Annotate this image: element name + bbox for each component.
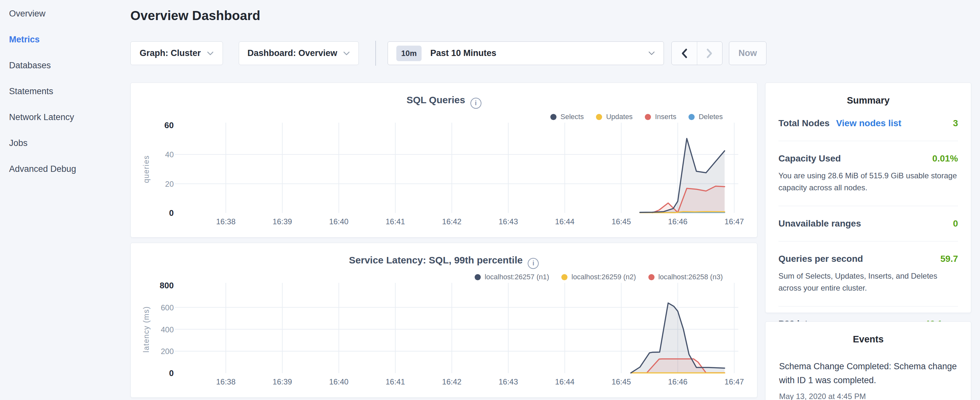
svg-text:16:40: 16:40 (329, 377, 348, 386)
toolbar-divider (375, 41, 376, 66)
summary-panel: Summary Total Nodes View nodes list 3 Ca… (765, 83, 971, 313)
summary-value: 3 (953, 118, 958, 129)
svg-text:16:38: 16:38 (216, 377, 235, 386)
sidebar-item-jobs[interactable]: Jobs (0, 130, 129, 156)
time-back-button[interactable] (672, 42, 697, 65)
svg-text:16:38: 16:38 (216, 217, 235, 226)
svg-text:200: 200 (161, 347, 174, 356)
event-text: Schema Change Completed: Schema change w… (779, 360, 960, 387)
summary-row-total-nodes: Total Nodes View nodes list 3 (765, 106, 971, 129)
sql-queries-chart-card: SQL Queriesi Selects Updates Inserts Del… (130, 83, 757, 237)
sidebar-item-overview[interactable]: Overview (0, 1, 129, 27)
chevron-left-icon (680, 48, 689, 59)
svg-text:latency (ms): latency (ms) (142, 306, 150, 352)
svg-text:40: 40 (165, 150, 174, 159)
page-title: Overview Dashboard (130, 8, 261, 23)
svg-text:16:39: 16:39 (273, 377, 292, 386)
svg-text:16:42: 16:42 (442, 377, 461, 386)
summary-description: You are using 28.6 MiB of 515.9 GiB usab… (778, 170, 959, 193)
svg-text:16:41: 16:41 (386, 377, 405, 386)
summary-value: 0.01% (932, 153, 958, 164)
event-timestamp: May 13, 2020 at 4:45 PM (779, 392, 957, 400)
summary-label: Unavailable ranges (778, 218, 861, 229)
svg-text:16:43: 16:43 (499, 377, 518, 386)
svg-text:16:43: 16:43 (499, 217, 518, 226)
svg-text:16:47: 16:47 (724, 377, 744, 386)
svg-text:queries: queries (142, 155, 150, 183)
view-nodes-list-link[interactable]: View nodes list (836, 118, 901, 129)
events-title: Events (765, 334, 971, 345)
summary-title: Summary (765, 95, 971, 106)
svg-text:16:41: 16:41 (386, 217, 405, 226)
event-item[interactable]: Schema Change Completed: Schema change w… (765, 345, 971, 400)
chevron-down-icon (648, 51, 655, 56)
svg-text:600: 600 (161, 303, 174, 312)
summary-row-capacity-used: Capacity Used 0.01% You are using 28.6 M… (765, 141, 971, 193)
graph-dropdown[interactable]: Graph: Cluster (130, 41, 223, 65)
chevron-down-icon (343, 51, 350, 56)
svg-text:16:44: 16:44 (555, 217, 574, 226)
svg-text:0: 0 (169, 208, 174, 218)
sidebar-item-network-latency[interactable]: Network Latency (0, 104, 129, 130)
svg-text:16:40: 16:40 (329, 217, 348, 226)
svg-text:0: 0 (169, 368, 174, 378)
svg-text:20: 20 (165, 180, 174, 188)
service-latency-plot: 020040060080016:3816:3916:4016:4116:4216… (131, 243, 758, 398)
svg-text:16:39: 16:39 (273, 217, 292, 226)
svg-text:16:47: 16:47 (724, 217, 744, 226)
svg-text:60: 60 (164, 120, 174, 130)
service-latency-chart-card: Service Latency: SQL, 99th percentilei l… (130, 243, 757, 398)
graph-dropdown-label: Graph: Cluster (140, 48, 200, 58)
summary-label: Queries per second (778, 254, 863, 264)
svg-text:16:45: 16:45 (611, 217, 631, 226)
time-range-selector[interactable]: 10m Past 10 Minutes (388, 41, 664, 65)
svg-text:16:44: 16:44 (555, 377, 574, 386)
svg-text:800: 800 (160, 280, 174, 290)
summary-value: 59.7 (940, 254, 958, 264)
summary-description: Sum of Selects, Updates, Inserts, and De… (778, 270, 959, 294)
sql-queries-plot: 020406016:3816:3916:4016:4116:4216:4316:… (131, 83, 758, 238)
sidebar-item-databases[interactable]: Databases (0, 53, 129, 78)
svg-text:16:42: 16:42 (442, 217, 461, 226)
svg-text:16:45: 16:45 (611, 377, 631, 386)
events-panel: Events Schema Change Completed: Schema c… (765, 321, 971, 400)
dashboard-dropdown[interactable]: Dashboard: Overview (239, 41, 359, 65)
svg-text:16:46: 16:46 (668, 377, 687, 386)
time-range-badge: 10m (396, 46, 422, 61)
chevron-right-icon (705, 48, 714, 59)
summary-value: 0 (953, 218, 958, 229)
time-range-label: Past 10 Minutes (430, 48, 496, 58)
summary-row-queries-per-second: Queries per second 59.7 Sum of Selects, … (765, 241, 971, 294)
chevron-down-icon (207, 51, 214, 56)
summary-row-unavailable-ranges: Unavailable ranges 0 (765, 206, 971, 229)
sidebar: Overview Metrics Databases Statements Ne… (0, 0, 129, 400)
summary-label: Capacity Used (778, 153, 841, 164)
svg-text:16:46: 16:46 (668, 217, 687, 226)
svg-text:400: 400 (161, 325, 174, 334)
time-step-buttons (671, 41, 722, 65)
sidebar-item-advanced-debug[interactable]: Advanced Debug (0, 156, 129, 182)
sidebar-item-statements[interactable]: Statements (0, 78, 129, 104)
summary-label: Total Nodes (778, 118, 830, 129)
time-forward-button[interactable] (697, 42, 722, 65)
now-button[interactable]: Now (729, 41, 767, 65)
dashboard-dropdown-label: Dashboard: Overview (248, 48, 337, 58)
sidebar-item-metrics[interactable]: Metrics (0, 27, 129, 53)
